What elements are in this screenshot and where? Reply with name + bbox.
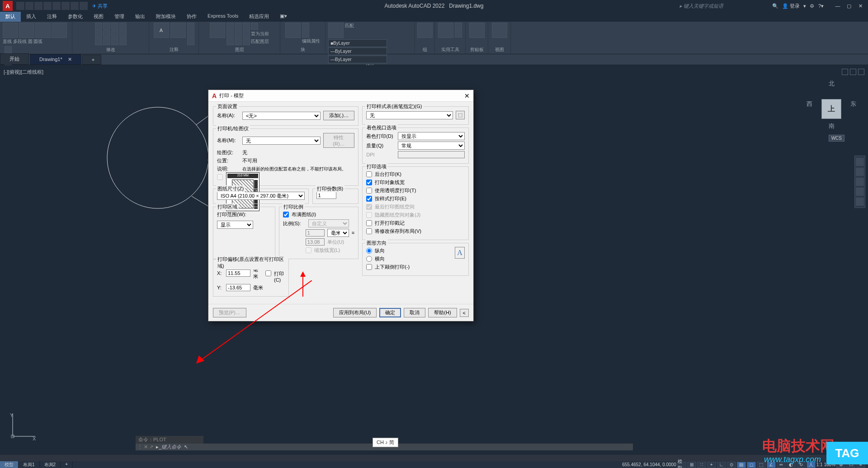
l-icon3[interactable]: [243, 23, 250, 30]
tab-drawing1[interactable]: Drawing1*✕: [30, 54, 81, 65]
qat-cloud-icon[interactable]: [52, 2, 61, 10]
dimension-icon[interactable]: [170, 23, 186, 38]
l-icon9[interactable]: [235, 38, 242, 45]
tab-insert[interactable]: 插入: [21, 12, 42, 22]
linetype-dropdown[interactable]: — ByLayer: [328, 47, 387, 55]
opt-bg-check[interactable]: [366, 171, 372, 177]
group-icon[interactable]: [417, 23, 433, 38]
tab-express[interactable]: Express Tools: [202, 12, 244, 22]
l-icon1[interactable]: [226, 23, 234, 30]
tab-parametric[interactable]: 参数化: [62, 12, 88, 22]
scale-icon[interactable]: [103, 38, 110, 45]
offset-y-input[interactable]: [226, 284, 250, 291]
text-icon[interactable]: A: [154, 23, 169, 38]
add-layout-button[interactable]: +: [61, 461, 73, 468]
orient-portrait-radio[interactable]: [366, 248, 372, 254]
infer-icon[interactable]: +: [707, 462, 716, 468]
copy-icon[interactable]: [95, 30, 102, 38]
leader-icon[interactable]: [187, 23, 194, 30]
dialog-close-icon[interactable]: ✕: [464, 92, 470, 99]
layout-1[interactable]: 布局1: [19, 461, 40, 468]
layer-props-icon[interactable]: [210, 23, 225, 38]
viewcube-south[interactable]: 南: [829, 122, 835, 130]
qat-plot-icon[interactable]: [61, 2, 70, 10]
tab-collab[interactable]: 协作: [181, 12, 202, 22]
tab-output[interactable]: 输出: [130, 12, 151, 22]
trim-icon[interactable]: [111, 23, 118, 30]
match-prop-icon[interactable]: [328, 23, 344, 38]
opt-stamp-check[interactable]: [366, 220, 372, 226]
stretch-icon[interactable]: [95, 38, 102, 45]
plot-style-button[interactable]: ⬚: [456, 111, 465, 119]
circle-icon[interactable]: [35, 23, 51, 38]
qat-open-icon[interactable]: [25, 2, 33, 10]
layout-2[interactable]: 布局2: [40, 461, 61, 468]
qat-save-icon[interactable]: [34, 2, 42, 10]
l-icon2[interactable]: [235, 23, 242, 30]
page-setup-name[interactable]: <无>: [242, 112, 321, 120]
tool1-icon[interactable]: [5, 46, 12, 53]
search-box[interactable]: ▸ 键入关键字或短语: [679, 3, 723, 9]
arc-icon[interactable]: [52, 23, 67, 38]
insert-icon[interactable]: [285, 23, 301, 38]
vp-restore-icon[interactable]: [850, 69, 856, 75]
paper-size-select[interactable]: ISO A4 (210.00 × 297.00 毫米): [217, 192, 305, 200]
lineweight-dropdown[interactable]: ― ByLayer: [328, 56, 387, 63]
create-icon[interactable]: [302, 23, 309, 30]
edit-icon[interactable]: [302, 30, 309, 38]
l-icon5[interactable]: [226, 30, 234, 38]
opt-save-check[interactable]: [366, 228, 372, 234]
printer-name[interactable]: 无: [242, 137, 321, 145]
qat-redo-icon[interactable]: [80, 2, 88, 10]
viewcube-north[interactable]: 北: [829, 80, 835, 88]
line-icon[interactable]: [3, 23, 18, 38]
array-icon[interactable]: [111, 38, 118, 45]
anno3-icon[interactable]: [187, 38, 194, 45]
scale-unit[interactable]: 毫米: [327, 229, 349, 237]
l-icon8[interactable]: [226, 38, 234, 45]
nav-pan-icon[interactable]: [856, 168, 864, 176]
tab-manage[interactable]: 管理: [109, 12, 130, 22]
autocad-logo-icon[interactable]: A: [3, 1, 13, 11]
login-button[interactable]: 👤 登录: [782, 3, 800, 9]
layout-model[interactable]: 模型: [0, 461, 19, 468]
apply-layout-button[interactable]: 应用到布局(U): [333, 308, 377, 317]
tab-default[interactable]: 默认: [0, 12, 21, 22]
plot-style-select[interactable]: 无: [366, 111, 453, 119]
tab-featured[interactable]: 精选应用: [244, 12, 274, 22]
nav-orbit-icon[interactable]: [856, 188, 864, 196]
search-icon[interactable]: 🔍: [772, 3, 778, 9]
orient-landscape-radio[interactable]: [366, 256, 372, 262]
rotate-icon[interactable]: [103, 23, 110, 30]
opt-trans-check[interactable]: [366, 188, 372, 194]
new-tab-button[interactable]: +: [82, 55, 101, 65]
opt-lw-check[interactable]: [366, 180, 372, 185]
measure-icon[interactable]: [438, 23, 453, 38]
fit-to-paper-check[interactable]: [283, 212, 289, 217]
plot-range-select[interactable]: 显示: [217, 221, 253, 229]
l-icon4[interactable]: [251, 23, 258, 30]
dialog-titlebar[interactable]: A 打印 - 模型 ✕: [208, 90, 473, 102]
collapse-button[interactable]: <: [460, 309, 469, 317]
misc3-icon[interactable]: [119, 38, 127, 45]
misc1-icon[interactable]: [119, 23, 127, 30]
center-plot-check[interactable]: [265, 270, 271, 276]
copies-input[interactable]: [316, 192, 336, 199]
viewport-controls[interactable]: [-][俯视][二维线框]: [4, 69, 43, 76]
tab-addons[interactable]: 附加模块: [151, 12, 181, 22]
color-dropdown[interactable]: ■ ByLayer: [328, 39, 387, 47]
l-icon6[interactable]: [235, 30, 242, 38]
vp-minimize-icon[interactable]: [842, 69, 848, 75]
exchange-icon[interactable]: ▾: [803, 3, 806, 9]
offset-x-input[interactable]: [226, 269, 250, 277]
modelspace-button[interactable]: 模型: [677, 462, 686, 468]
help-icon[interactable]: ?▾: [818, 3, 824, 9]
tab-view[interactable]: 视图: [88, 12, 109, 22]
cancel-button[interactable]: 取消: [404, 308, 425, 317]
cmd-grip-icon[interactable]: ⋮ ✕ ↗: [137, 444, 153, 450]
u1-icon[interactable]: [455, 23, 462, 30]
grid-icon[interactable]: ⊞: [687, 462, 696, 468]
table-icon[interactable]: [187, 30, 194, 38]
osnap-icon[interactable]: ◻: [747, 462, 756, 468]
ortho-icon[interactable]: ∟: [717, 462, 726, 468]
